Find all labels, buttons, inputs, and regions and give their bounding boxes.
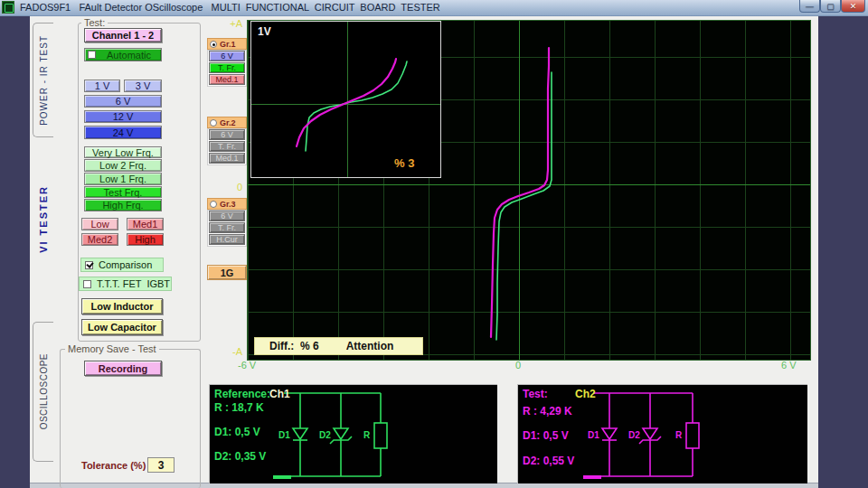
tab-oscilloscope-label: OSCILLOSCOPE bbox=[39, 353, 49, 429]
gain-1g-label: 1G bbox=[221, 267, 234, 278]
close-button[interactable]: ✕ bbox=[841, 0, 865, 13]
low-capacitor-label: Low Capacitor bbox=[88, 322, 156, 333]
graph3-radio-dot bbox=[210, 201, 217, 208]
y-axis-bottom-label: -A bbox=[228, 346, 242, 357]
x-axis-right-label: 6 V bbox=[781, 360, 797, 371]
graph3-current-label: H.Cur bbox=[216, 235, 238, 244]
graph3-radio-label: Gr.3 bbox=[220, 200, 236, 209]
graph1-freq-button[interactable]: T. Fr. bbox=[209, 62, 245, 73]
test-circuit-panel: Test: Ch2 R : 4,29 K D1: 0,5 V D2: 0,55 … bbox=[517, 384, 807, 483]
tab-vi-tester[interactable]: VI TESTER bbox=[33, 165, 53, 272]
current-high-label: High bbox=[135, 234, 156, 245]
left-frame-strip bbox=[0, 15, 30, 488]
maximize-icon: ▢ bbox=[826, 2, 835, 11]
current-low-button[interactable]: Low bbox=[81, 218, 118, 230]
graph3-freq-button[interactable]: T. Fr. bbox=[209, 222, 245, 233]
tolerance-label: Tolerance (%) bbox=[81, 460, 146, 471]
reference-d1-component-label: D1 bbox=[278, 430, 290, 440]
voltage-12v-label: 12 V bbox=[113, 111, 134, 122]
graph3-current-button[interactable]: H.Cur bbox=[209, 234, 245, 245]
app-window: FADOS9F1 FAult Detector OScilloscope MUL… bbox=[0, 0, 868, 488]
graph2-current-label: Med.1 bbox=[215, 154, 238, 163]
graph2-freq-button[interactable]: T. Fr. bbox=[209, 141, 245, 152]
inset-curve-reference bbox=[306, 61, 407, 151]
comparison-checkbox[interactable] bbox=[85, 261, 93, 269]
inset-curve-test bbox=[297, 59, 396, 146]
reference-channel-label: Ch1 bbox=[269, 388, 290, 400]
comparison-label: Comparison bbox=[99, 259, 152, 270]
current-med2-button[interactable]: Med2 bbox=[81, 233, 118, 246]
app-icon bbox=[2, 1, 14, 14]
inset-scale-label: 1V bbox=[258, 25, 271, 38]
freq-low1-label: Low 1 Frq. bbox=[99, 174, 146, 184]
tab-oscilloscope[interactable]: OSCILLOSCOPE bbox=[33, 322, 53, 462]
graph2-radio[interactable]: Gr.2 bbox=[207, 117, 247, 128]
freq-very-low-label: Very Low Frq. bbox=[92, 147, 154, 158]
voltage-1v-button[interactable]: 1 V bbox=[84, 80, 120, 92]
voltage-24v-label: 24 V bbox=[113, 127, 134, 138]
voltage-1v-label: 1 V bbox=[95, 80, 110, 91]
freq-high-button[interactable]: High Frq. bbox=[84, 199, 162, 211]
reference-d2-value: D2: 0,35 V bbox=[214, 450, 266, 463]
voltage-12v-button[interactable]: 12 V bbox=[84, 110, 162, 123]
test-channel-label: Ch2 bbox=[575, 388, 596, 400]
channel-1-2-button[interactable]: Channel 1 - 2 bbox=[84, 28, 162, 42]
gain-1g-button[interactable]: 1G bbox=[207, 265, 247, 280]
channel-1-2-label: Channel 1 - 2 bbox=[92, 30, 154, 41]
graph1-voltage-button[interactable]: 6 V bbox=[209, 51, 245, 61]
current-low-label: Low bbox=[90, 219, 108, 230]
graph2-voltage-label: 6 V bbox=[221, 130, 233, 139]
low-inductor-button[interactable]: Low Inductor bbox=[81, 298, 163, 314]
inset-zoom-plot: 1V % 3 bbox=[250, 21, 441, 178]
graph2-voltage-button[interactable]: 6 V bbox=[209, 129, 245, 140]
recording-button[interactable]: Recording bbox=[84, 361, 162, 376]
voltage-24v-button[interactable]: 24 V bbox=[84, 126, 162, 139]
test-resistance-value: R : 4,29 K bbox=[523, 405, 572, 418]
reference-circuit-panel: Reference: Ch1 R : 18,7 K D1: 0,5 V D2: … bbox=[209, 384, 497, 483]
y-axis-zero-label: 0 bbox=[228, 182, 242, 192]
freq-low2-button[interactable]: Low 2 Frq. bbox=[84, 159, 162, 172]
freq-low1-button[interactable]: Low 1 Frq. bbox=[84, 173, 162, 185]
graph1-radio[interactable]: Gr.1 bbox=[207, 38, 247, 50]
maximize-button[interactable]: ▢ bbox=[820, 0, 841, 13]
automatic-checkbox[interactable] bbox=[88, 51, 96, 59]
freq-test-button[interactable]: Test Frq. bbox=[84, 186, 162, 198]
test-r-component-label: R bbox=[675, 430, 682, 440]
comparison-row[interactable]: Comparison bbox=[80, 258, 164, 272]
voltage-3v-button[interactable]: 3 V bbox=[124, 80, 162, 92]
freq-very-low-button[interactable]: Very Low Frq. bbox=[84, 146, 162, 158]
low-capacitor-button[interactable]: Low Capacitor bbox=[81, 319, 163, 335]
tab-power-ir-test-label: POWER - IR TEST bbox=[39, 35, 49, 126]
voltage-6v-button[interactable]: 6 V bbox=[84, 95, 162, 108]
graph3-radio[interactable]: Gr.3 bbox=[207, 198, 247, 210]
graph1-current-label: Med.1 bbox=[215, 75, 238, 84]
ttt-fet-igbt-row[interactable]: T.T.T. FET IGBT bbox=[79, 277, 172, 291]
x-axis-left-label: -6 V bbox=[238, 360, 256, 371]
current-med2-label: Med2 bbox=[88, 234, 113, 245]
graph1-current-button[interactable]: Med.1 bbox=[209, 74, 245, 85]
attention-label: Attention bbox=[346, 340, 394, 352]
minimize-button[interactable]: — bbox=[799, 0, 820, 13]
tab-power-ir-test[interactable]: POWER - IR TEST bbox=[33, 23, 53, 137]
ttt-fet-igbt-checkbox[interactable] bbox=[83, 280, 91, 288]
test-groupbox-label: Test: bbox=[81, 17, 108, 28]
vi-curve-reference bbox=[496, 72, 552, 340]
graph3-freq-label: T. Fr. bbox=[218, 223, 236, 232]
reference-d1-value: D1: 0,5 V bbox=[214, 426, 260, 438]
tolerance-value: 3 bbox=[158, 459, 165, 472]
graph3-voltage-button[interactable]: 6 V bbox=[209, 211, 245, 221]
recording-label: Recording bbox=[99, 363, 147, 374]
x-axis-zero-label: 0 bbox=[515, 360, 521, 371]
graph2-radio-dot bbox=[210, 119, 217, 127]
automatic-button[interactable]: Automatic bbox=[84, 48, 162, 61]
title-bar: FADOS9F1 FAult Detector OScilloscope MUL… bbox=[0, 0, 868, 16]
diff-attention-banner: Diff.: % 6 Attention bbox=[254, 337, 423, 355]
current-med1-button[interactable]: Med1 bbox=[127, 218, 164, 230]
tab-vi-tester-label: VI TESTER bbox=[38, 185, 49, 253]
graph2-freq-label: T. Fr. bbox=[218, 142, 236, 151]
close-icon: ✕ bbox=[850, 2, 857, 11]
graph2-current-button[interactable]: Med.1 bbox=[209, 153, 245, 164]
tolerance-input[interactable]: 3 bbox=[147, 457, 175, 473]
ttt-fet-igbt-label: T.T.T. FET IGBT bbox=[97, 278, 170, 289]
current-high-button[interactable]: High bbox=[127, 233, 164, 246]
